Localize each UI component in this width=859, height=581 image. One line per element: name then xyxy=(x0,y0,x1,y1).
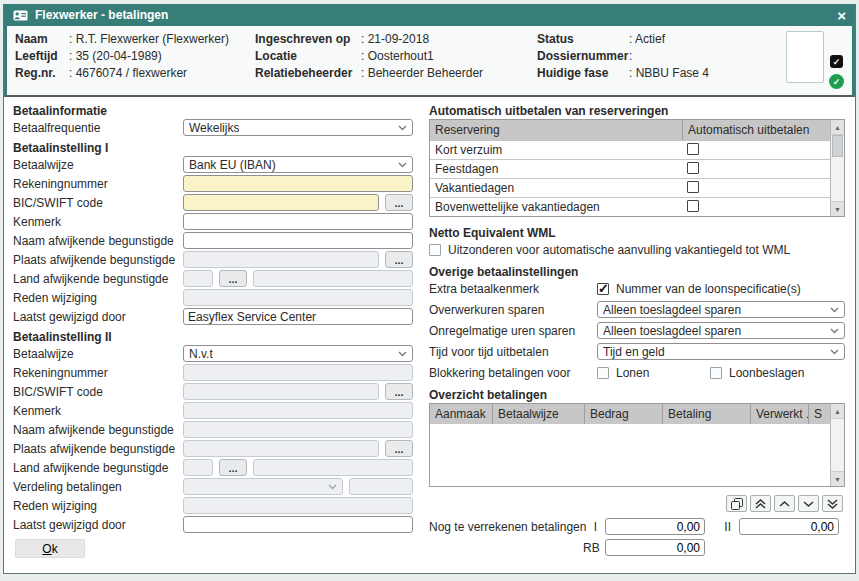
verdeling-input xyxy=(349,478,413,495)
reservering-auto-checkbox[interactable] xyxy=(687,181,699,193)
reservering-row: Feestdagen xyxy=(430,159,830,178)
scroll-down-icon[interactable]: ▼ xyxy=(831,471,844,486)
header-checked-toggle[interactable]: ✓ xyxy=(830,55,843,68)
blokkering-lonen-label: Lonen xyxy=(616,366,649,380)
reden1-input xyxy=(183,289,413,306)
betaal-form-panel: Betaalinformatie Betaalfrequentie Wekeli… xyxy=(13,101,413,573)
chevron-down-icon xyxy=(398,125,407,131)
reserveringen-header: Reservering Automatisch uitbetalen xyxy=(430,120,830,140)
loonspecificatie-checkbox[interactable] xyxy=(597,283,609,295)
reservering-name: Kort verzuim xyxy=(430,143,682,157)
title-bar: Flexwerker - betalingen × xyxy=(4,4,855,26)
huidige-fase-label: Huidige fase xyxy=(537,65,629,82)
naam-afw2-label: Naam afwijkende begunstigde xyxy=(13,423,183,437)
onregelmatige-select[interactable]: Alleen toeslagdeel sparen xyxy=(597,322,845,339)
betaalwijze2-select[interactable]: N.v.t xyxy=(183,345,413,362)
header-col-3: Status: Actief Dossiernummer: Huidige fa… xyxy=(537,31,786,89)
tijd-voor-tijd-label: Tijd voor tijd uitbetalen xyxy=(429,345,597,359)
person-card-icon xyxy=(13,10,28,21)
reservering-row: Bovenwettelijke vakantiedagen xyxy=(430,197,830,216)
plaats-afw1-label: Plaats afwijkende begunstigde xyxy=(13,253,183,267)
overwerkuren-label: Overwerkuren sparen xyxy=(429,303,597,317)
reden1-label: Reden wijziging xyxy=(13,291,183,305)
betaalfrequentie-label: Betaalfrequentie xyxy=(13,121,183,135)
rekeningnummer1-input[interactable] xyxy=(183,175,413,192)
status-label: Status xyxy=(537,31,629,48)
scroll-up-icon[interactable]: ▲ xyxy=(831,404,844,419)
copy-icon xyxy=(731,498,743,510)
chevron-down-icon xyxy=(803,501,814,507)
betaalinstelling2-title: Betaalinstelling II xyxy=(13,327,413,345)
overzicht-col-3: Betaling xyxy=(662,404,750,424)
bic2-more-button[interactable]: ... xyxy=(385,383,413,400)
loonspecificatie-label: Nummer van de loonspecificatie(s) xyxy=(616,282,801,296)
close-icon[interactable]: × xyxy=(837,8,846,23)
reservering-auto-checkbox[interactable] xyxy=(687,200,699,212)
betaalwijze2-label: Betaalwijze xyxy=(13,347,183,361)
check-icon: ✓ xyxy=(833,77,841,87)
laatst1-input xyxy=(183,308,413,325)
reserveringen-rows: Kort verzuimFeestdagenVakantiedagenBoven… xyxy=(430,140,830,216)
blokkering-loonbeslagen-checkbox xyxy=(710,367,722,379)
betaalinformatie-title: Betaalinformatie xyxy=(13,101,413,119)
scroll-up-icon[interactable]: ▲ xyxy=(831,120,844,135)
leeftijd-label: Leeftijd xyxy=(15,48,69,65)
copy-button[interactable] xyxy=(726,495,747,512)
tijd-voor-tijd-select[interactable]: Tijd en geld xyxy=(597,343,845,360)
employee-header: Naam: R.T. Flexwerker (Flexwerker) Leeft… xyxy=(4,26,855,97)
leeftijd-value: : 35 (20-04-1989) xyxy=(69,48,162,65)
rekeningnummer1-label: Rekeningnummer xyxy=(13,177,183,191)
kenmerk1-input[interactable] xyxy=(183,213,413,230)
bic1-more-button[interactable]: ... xyxy=(385,194,413,211)
reservering-auto-checkbox[interactable] xyxy=(687,143,699,155)
reservering-row: Vakantiedagen xyxy=(430,178,830,197)
scroll-to-bottom-button[interactable] xyxy=(822,495,843,512)
blokkering-loonbeslagen-label: Loonbeslagen xyxy=(729,366,804,380)
scroll-down-button[interactable] xyxy=(798,495,819,512)
scroll-to-top-button[interactable] xyxy=(750,495,771,512)
overige-title: Overige betaalinstellingen xyxy=(429,262,845,280)
laatst2-input xyxy=(183,516,413,533)
relatiebeheerder-label: Relatiebeheerder xyxy=(255,65,361,82)
scroll-up-button[interactable] xyxy=(774,495,795,512)
nog-te-verrekenen-section: Nog te verrekenen betalingen I II RB xyxy=(429,518,845,556)
ingeschreven-label: Ingeschreven op xyxy=(255,31,361,48)
land-afw1-label: Land afwijkende begunstigde xyxy=(13,272,183,286)
relatiebeheerder-value: : Beheerder Beheerder xyxy=(361,65,483,82)
dossiernummer-value: : xyxy=(629,48,632,65)
kenmerk2-label: Kenmerk xyxy=(13,404,183,418)
bic1-input[interactable] xyxy=(183,194,379,211)
land-afw1-more-button[interactable]: ... xyxy=(219,270,247,287)
check-icon: ✓ xyxy=(833,57,841,67)
land-afw2-more-button[interactable]: ... xyxy=(219,459,247,476)
ok-button[interactable]: Ok xyxy=(15,539,85,558)
betaalinstelling1-title: Betaalinstelling I xyxy=(13,138,413,156)
verdeling-select xyxy=(183,478,343,495)
status-value: : Actief xyxy=(629,31,665,48)
double-chevron-up-icon xyxy=(755,499,766,509)
naam-label: Naam xyxy=(15,31,69,48)
scrollbar-thumb[interactable] xyxy=(832,135,843,157)
wml-uitzonderen-checkbox xyxy=(429,244,441,256)
plaats-afw2-more-button[interactable]: ... xyxy=(385,440,413,457)
reservering-name: Bovenwettelijke vakantiedagen xyxy=(430,200,682,214)
wml-title: Netto Equivalent WML xyxy=(429,223,845,241)
extra-betaalkenmerk-label: Extra betaalkenmerk xyxy=(429,282,597,296)
scroll-down-icon[interactable]: ▼ xyxy=(831,201,844,216)
land-afw1-code-input xyxy=(183,270,213,287)
overzicht-body xyxy=(430,424,830,486)
land-afw2-label: Land afwijkende begunstigde xyxy=(13,461,183,475)
overzicht-title: Overzicht betalingen xyxy=(429,385,845,403)
naam-afw1-input[interactable] xyxy=(183,232,413,249)
plaats-afw1-more-button[interactable]: ... xyxy=(385,251,413,268)
huidige-fase-value: : NBBU Fase 4 xyxy=(629,65,709,82)
land-afw2-code-input xyxy=(183,459,213,476)
betaalwijze1-select[interactable]: Bank EU (IBAN) xyxy=(183,156,413,173)
bic1-label: BIC/SWIFT code xyxy=(13,196,183,210)
betaalfrequentie-select[interactable]: Wekelijks xyxy=(183,119,413,136)
reserveringen-scrollbar[interactable]: ▲ ▼ xyxy=(830,120,844,216)
overwerkuren-select[interactable]: Alleen toeslagdeel sparen xyxy=(597,301,845,318)
verrekenen-rb-input xyxy=(605,539,705,556)
reservering-auto-checkbox[interactable] xyxy=(687,162,699,174)
overzicht-scrollbar[interactable]: ▲ ▼ xyxy=(830,404,844,486)
